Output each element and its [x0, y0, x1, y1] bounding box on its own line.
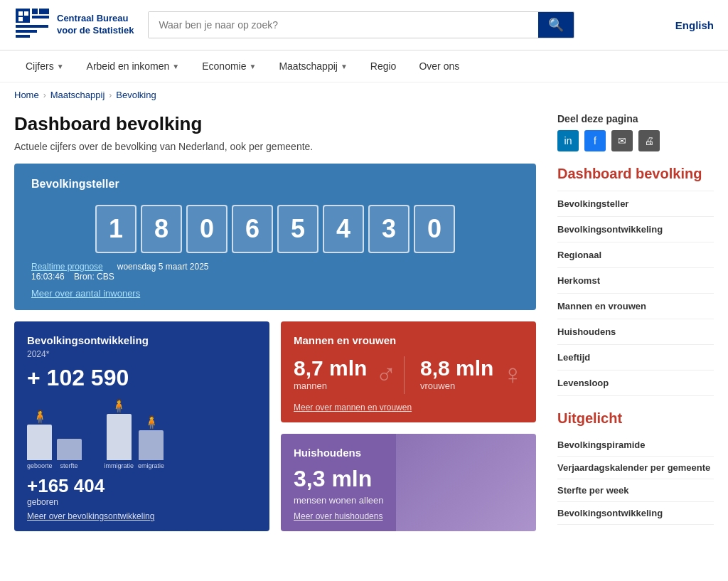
huis-content: Huishoudens 3,3 mln mensen wonen alleen … [294, 447, 523, 521]
teller-time-source: 16:03:46 Bron: CBS [31, 272, 519, 282]
dropdown-arrow: ▼ [57, 63, 64, 70]
digit-3: 0 [186, 205, 228, 253]
digit-8: 0 [414, 205, 455, 253]
bevo-year: 2024* [27, 349, 257, 359]
logo-text: Centraal Bureau voor de Statistiek [57, 13, 134, 37]
sidebar-nav-title: Dashboard bevolking [557, 166, 714, 182]
cards-grid: Bevolkingsontwikkeling 2024* + 102 590 🧍… [14, 321, 536, 531]
breadcrumb-bevolking[interactable]: Bevolking [116, 90, 156, 100]
chart-immigratie: 🧍 immigratie [105, 414, 134, 469]
teller-digits: 1 8 0 6 5 4 3 0 [31, 205, 519, 253]
breadcrumb: Home › Maatschappij › Bevolking [0, 82, 728, 107]
gender-row: 8,7 mln mannen ♂ 8,8 mln vrouwen ♀ [294, 356, 523, 394]
search-button[interactable]: 🔍 [538, 12, 574, 38]
dropdown-arrow: ▼ [172, 63, 179, 70]
right-column: Mannen en vrouwen 8,7 mln mannen ♂ 8,8 m… [281, 321, 536, 531]
bar-geboorte: 🧍 [27, 425, 52, 460]
share-email[interactable]: ✉ [611, 130, 633, 151]
nav-item-regio[interactable]: Regio [359, 50, 408, 82]
huis-title: Huishoudens [294, 447, 523, 459]
teller-source: Bron: CBS [74, 272, 114, 282]
uitgelicht-verjaardagskalender[interactable]: Verjaardagskalender per gemeente [557, 457, 714, 479]
bevo-main-number: + 102 590 [27, 365, 257, 391]
search-input[interactable] [149, 12, 538, 38]
bevolkingsontwikkeling-card: Bevolkingsontwikkeling 2024* + 102 590 🧍… [14, 321, 269, 531]
bar-emigratie: 🧍 [139, 430, 164, 460]
uitgelicht-bevolkingspiramide[interactable]: Bevolkingspiramide [557, 434, 714, 457]
bevo-more-link[interactable]: Meer over bevolkingsontwikkeling [27, 511, 257, 521]
logo: Centraal Bureau voor de Statistiek [14, 7, 134, 43]
nav-item-arbeid[interactable]: Arbeid en inkomen ▼ [75, 50, 191, 82]
sidebar-item-bevolkingsteller[interactable]: Bevolkingsteller [557, 191, 714, 217]
teller-more-link[interactable]: Meer over aantal inwoners [31, 288, 140, 299]
mannen-col: 8,7 mln mannen ♂ [294, 356, 397, 394]
sidebar: Deel deze pagina in f ✉ 🖨 Dashboard bevo… [557, 107, 714, 531]
digit-7: 3 [368, 205, 410, 253]
svg-rect-5 [39, 9, 49, 14]
nav-item-economie[interactable]: Economie ▼ [191, 50, 267, 82]
teller-title: Bevolkingsteller [31, 178, 519, 191]
search-bar[interactable]: 🔍 [148, 11, 574, 38]
share-print[interactable]: 🖨 [638, 130, 660, 151]
svg-rect-4 [32, 9, 38, 14]
bevo-chart: 🧍 geboorte sterfte 🧍 [27, 398, 257, 469]
breadcrumb-sep: › [109, 90, 112, 100]
sidebar-item-mannen-vrouwen[interactable]: Mannen en vrouwen [557, 294, 714, 319]
dropdown-arrow: ▼ [250, 63, 257, 70]
share-facebook[interactable]: f [584, 130, 606, 151]
sidebar-uitgelicht-list: Bevolkingspiramide Verjaardagskalender p… [557, 434, 714, 525]
huis-more-link[interactable]: Meer over huishoudens [294, 511, 523, 521]
teller-realtime-link[interactable]: Realtime prognose [31, 262, 103, 272]
gender-divider [404, 356, 405, 394]
breadcrumb-sep: › [43, 90, 46, 100]
sidebar-item-leeftijd[interactable]: Leeftijd [557, 345, 714, 371]
mannen-title: Mannen en vrouwen [294, 334, 523, 346]
uitgelicht-bevolkingsontwikkeling[interactable]: Bevolkingsontwikkeling [557, 502, 714, 525]
teller-time: 16:03:46 [31, 272, 65, 282]
bar-label-emigratie: emigratie [138, 462, 164, 469]
bar-sterfte [57, 439, 82, 460]
page-subtitle: Actuele cijfers over de bevolking van Ne… [14, 141, 536, 152]
sidebar-uitgelicht-title: Uitgelicht [557, 410, 714, 427]
mannen-more-link[interactable]: Meer over mannen en vrouwen [294, 403, 523, 412]
huis-label: mensen wonen alleen [294, 495, 523, 506]
digit-1: 1 [95, 205, 136, 253]
bevo-bottom-number: +165 404 [27, 475, 257, 497]
digit-2: 8 [141, 205, 182, 253]
svg-rect-3 [18, 17, 23, 21]
sidebar-item-regionaal[interactable]: Regionaal [557, 242, 714, 268]
share-linkedin[interactable]: in [557, 130, 579, 151]
nav-item-overons[interactable]: Over ons [407, 50, 471, 82]
logo-icon [14, 7, 50, 43]
svg-rect-8 [16, 30, 37, 33]
digit-6: 4 [323, 205, 364, 253]
svg-rect-6 [32, 16, 49, 18]
page-title: Dashboard bevolking [14, 113, 536, 135]
chart-sterfte: sterfte [57, 439, 82, 469]
digit-4: 6 [232, 205, 273, 253]
digit-5: 5 [277, 205, 318, 253]
nav-list: Cijfers ▼ Arbeid en inkomen ▼ Economie ▼… [14, 50, 714, 82]
breadcrumb-maatschappij[interactable]: Maatschappij [50, 90, 105, 100]
mannen-vrouwen-card: Mannen en vrouwen 8,7 mln mannen ♂ 8,8 m… [281, 321, 536, 422]
language-link[interactable]: English [675, 19, 714, 31]
share-section: Deel deze pagina in f ✉ 🖨 [557, 113, 714, 151]
nav-item-cijfers[interactable]: Cijfers ▼ [14, 50, 75, 82]
dropdown-arrow: ▼ [341, 63, 348, 70]
sidebar-item-levensloop[interactable]: Levensloop [557, 371, 714, 396]
female-icon: ♀ [502, 358, 523, 390]
sidebar-item-bevolkingsontwikkeling[interactable]: Bevolkingsontwikkeling [557, 217, 714, 242]
main-nav: Cijfers ▼ Arbeid en inkomen ▼ Economie ▼… [0, 50, 728, 82]
teller-meta-row: Realtime prognose woensdag 5 maart 2025 [31, 262, 519, 272]
breadcrumb-home[interactable]: Home [14, 90, 39, 100]
huis-number: 3,3 mln [294, 466, 523, 492]
share-title: Deel deze pagina [557, 113, 714, 124]
content-area: Dashboard bevolking Actuele cijfers over… [14, 107, 536, 531]
sidebar-item-herkomst[interactable]: Herkomst [557, 268, 714, 294]
uitgelicht-sterfte[interactable]: Sterfte per week [557, 479, 714, 502]
nav-item-maatschappij[interactable]: Maatschappij ▼ [267, 50, 358, 82]
main-content: Dashboard bevolking Actuele cijfers over… [0, 107, 728, 545]
chart-emigratie: 🧍 emigratie [138, 430, 164, 469]
sidebar-item-huishoudens[interactable]: Huishoudens [557, 319, 714, 345]
vrouwen-col: 8,8 mln vrouwen ♀ [412, 356, 523, 394]
